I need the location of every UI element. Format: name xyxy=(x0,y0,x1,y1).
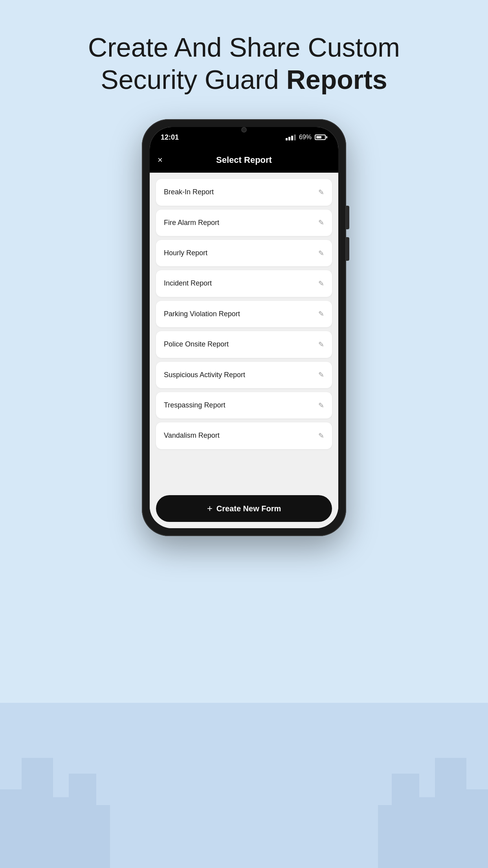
edit-icon[interactable]: ✎ xyxy=(318,340,324,349)
plus-icon: + xyxy=(207,503,213,514)
status-bar: 12:01 69% xyxy=(150,127,338,147)
edit-icon[interactable]: ✎ xyxy=(318,249,324,258)
report-item-label: Suspicious Activity Report xyxy=(164,370,245,380)
edit-icon[interactable]: ✎ xyxy=(318,188,324,197)
close-button[interactable]: × xyxy=(158,155,163,165)
edit-icon[interactable]: ✎ xyxy=(318,431,324,440)
heading-line2: Security Guard Reports xyxy=(101,65,387,94)
report-item-label: Vandalism Report xyxy=(164,431,220,440)
report-list-item[interactable]: Parking Violation Report✎ xyxy=(156,301,332,327)
report-list-item[interactable]: Police Onsite Report✎ xyxy=(156,331,332,358)
report-list-item[interactable]: Vandalism Report✎ xyxy=(156,422,332,449)
report-list-item[interactable]: Hourly Report✎ xyxy=(156,240,332,266)
status-icons: 69% xyxy=(286,134,327,141)
create-new-form-button[interactable]: + Create New Form xyxy=(156,495,332,522)
report-item-label: Parking Violation Report xyxy=(164,310,240,319)
report-list-item[interactable]: Incident Report✎ xyxy=(156,270,332,297)
volume-button xyxy=(346,206,349,229)
signal-icon xyxy=(286,135,296,140)
report-item-label: Fire Alarm Report xyxy=(164,218,219,227)
header-title: Select Report xyxy=(216,155,272,165)
edit-icon[interactable]: ✎ xyxy=(318,370,324,379)
report-item-label: Hourly Report xyxy=(164,249,207,258)
report-item-label: Break-In Report xyxy=(164,188,214,197)
app-header: × Select Report xyxy=(150,147,338,173)
edit-icon[interactable]: ✎ xyxy=(318,279,324,288)
report-list-item[interactable]: Suspicious Activity Report✎ xyxy=(156,362,332,388)
page-heading: Create And Share Custom Security Guard R… xyxy=(57,31,431,96)
heading-line1: Create And Share Custom xyxy=(88,32,400,62)
edit-icon[interactable]: ✎ xyxy=(318,401,324,410)
phone-screen: 12:01 69% xyxy=(150,127,338,528)
phone-mockup: 12:01 69% xyxy=(142,119,346,536)
report-list-item[interactable]: Fire Alarm Report✎ xyxy=(156,210,332,236)
edit-icon[interactable]: ✎ xyxy=(318,218,324,227)
create-form-section: + Create New Form xyxy=(150,490,338,528)
report-list: Break-In Report✎Fire Alarm Report✎Hourly… xyxy=(150,173,338,490)
edit-icon[interactable]: ✎ xyxy=(318,310,324,318)
report-item-label: Police Onsite Report xyxy=(164,340,229,349)
report-item-label: Incident Report xyxy=(164,279,212,288)
report-list-item[interactable]: Trespassing Report✎ xyxy=(156,392,332,418)
camera-notch xyxy=(241,127,247,133)
power-button xyxy=(346,237,349,261)
battery-percent: 69% xyxy=(299,134,312,141)
report-list-item[interactable]: Break-In Report✎ xyxy=(156,179,332,205)
battery-icon xyxy=(315,135,327,140)
create-button-label: Create New Form xyxy=(216,504,281,513)
report-item-label: Trespassing Report xyxy=(164,401,225,410)
status-time: 12:01 xyxy=(161,133,179,142)
